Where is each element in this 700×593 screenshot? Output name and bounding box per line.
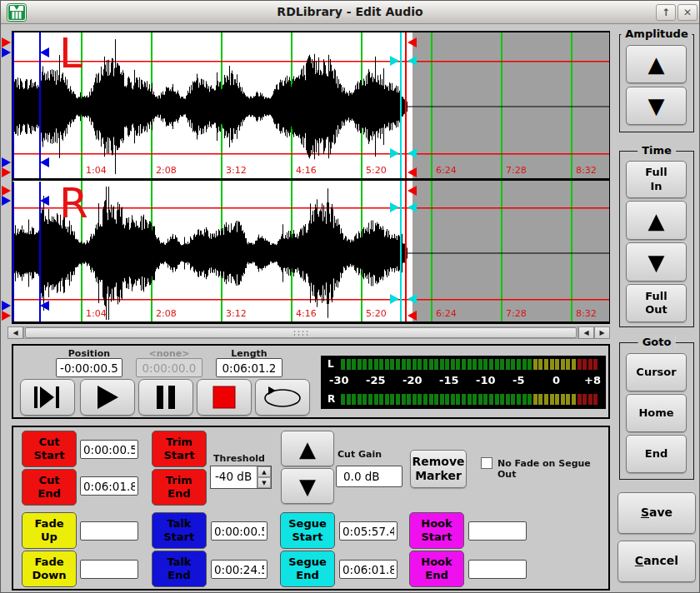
meter-segment [347, 359, 351, 370]
time-up-icon: ▲ [648, 210, 665, 232]
cut-gain-field[interactable] [336, 466, 402, 487]
length-field[interactable] [216, 358, 282, 377]
full-in-button[interactable]: Full In [626, 161, 687, 198]
fade-down-button[interactable]: Fade Down [22, 551, 77, 587]
meter-scale-label: -25 [366, 374, 386, 386]
meter-segment [412, 394, 417, 405]
scroll-right-button[interactable]: ▶ [594, 326, 610, 339]
spin-down-icon: ▼ [262, 480, 266, 486]
threshold-down-button[interactable]: ▼ [258, 477, 271, 488]
scroll-left-button[interactable]: ◀ [8, 326, 23, 339]
fade-down-field[interactable] [80, 560, 138, 579]
no-fade-checkbox[interactable] [481, 457, 492, 469]
scrollbar-thumb[interactable] [25, 327, 577, 338]
loop-button[interactable] [255, 379, 310, 416]
meter-segment [588, 359, 592, 370]
meter-segment [566, 394, 570, 405]
time-up-button[interactable]: ▲ [626, 201, 687, 240]
gain-down-icon: ▼ [299, 476, 316, 497]
meter-segment [390, 394, 394, 405]
transport-panel: Position <none> Length [12, 344, 610, 419]
play-from-button[interactable] [20, 379, 75, 416]
scrollbar-groove[interactable] [23, 326, 578, 339]
meter-segment [478, 359, 482, 370]
scroll-left-icon-2: ◀ [583, 329, 588, 336]
remove-marker-button[interactable]: Remove Marker [410, 450, 467, 488]
cut-start-field[interactable] [80, 440, 138, 459]
gain-down-button[interactable]: ▼ [281, 468, 334, 504]
meter-segment [489, 394, 493, 405]
fade-up-field[interactable] [80, 521, 138, 541]
time-label: 1:04 [86, 165, 107, 176]
goto-group: Goto Cursor Home End [619, 342, 694, 480]
full-out-button[interactable]: Full Out [626, 284, 687, 322]
trim-start-button[interactable]: Trim Start [152, 431, 207, 467]
cut-end-button[interactable]: Cut End [22, 469, 77, 506]
hook-end-button[interactable]: Hook End [409, 551, 464, 587]
no-fade-label: No Fade on Segue Out [498, 458, 608, 480]
cut-end-field[interactable] [80, 476, 138, 496]
talk-start-field[interactable] [211, 521, 268, 541]
meter-segment [341, 394, 345, 405]
threshold-label: Threshold [205, 453, 273, 464]
cut-start-button[interactable]: Cut Start [22, 431, 77, 467]
meter-segment [533, 394, 538, 405]
meter-segment [451, 359, 455, 370]
hook-start-button[interactable]: Hook Start [409, 512, 464, 549]
goto-cursor-button[interactable]: Cursor [626, 353, 687, 391]
meter-segment [478, 394, 482, 405]
cancel-button[interactable]: Cancel [618, 541, 696, 582]
play-button[interactable] [80, 379, 135, 416]
goto-end-button[interactable]: End [626, 435, 687, 473]
position-field[interactable] [56, 358, 122, 377]
scroll-left-button-2[interactable]: ◀ [578, 326, 594, 339]
amplitude-down-button[interactable]: ▼ [626, 87, 687, 125]
meter-segment [358, 394, 362, 405]
talk-end-button[interactable]: Talk End [152, 551, 207, 587]
segue-end-button[interactable]: Segue End [280, 551, 335, 587]
trim-end-button[interactable]: Trim End [152, 469, 207, 506]
save-button[interactable]: Save [618, 492, 696, 534]
meter-segment [489, 359, 493, 370]
meter-scale-label: -20 [402, 374, 422, 386]
talk-end-field[interactable] [211, 560, 268, 579]
hook-start-field[interactable] [468, 521, 527, 541]
segue-end-field[interactable] [339, 560, 398, 579]
segue-start-button[interactable]: Segue Start [280, 512, 335, 549]
titlebar[interactable]: RDLibrary - Edit Audio ↑ ✕ [1, 1, 699, 24]
close-window-button[interactable]: ✕ [678, 4, 698, 21]
stop-button[interactable] [197, 379, 252, 416]
meter-segment [407, 359, 411, 370]
threshold-value[interactable]: -40 dB [211, 466, 257, 488]
pause-button[interactable] [138, 379, 193, 416]
meter-segment [506, 394, 510, 405]
meter-segment [374, 359, 378, 370]
meter-segment [385, 359, 389, 370]
goto-home-button[interactable]: Home [626, 394, 687, 432]
left-channel-label: L [59, 32, 82, 74]
pause-icon [155, 385, 177, 410]
amplitude-up-button[interactable]: ▲ [626, 45, 687, 83]
meter-segment [352, 359, 356, 370]
meter-segment [582, 359, 587, 370]
waveform-display[interactable] [1, 27, 618, 341]
time-label: 5:20 [366, 165, 387, 176]
threshold-spinbox[interactable]: -40 dB ▲ ▼ [210, 466, 272, 489]
meter-segment [418, 359, 422, 370]
scrollbar-grip [292, 330, 309, 337]
meter-segment [462, 359, 466, 370]
meter-segment [495, 359, 499, 370]
time-down-icon: ▼ [648, 252, 665, 273]
segue-start-field[interactable] [339, 521, 398, 541]
threshold-up-button[interactable]: ▲ [258, 466, 271, 477]
gain-up-button[interactable]: ▲ [281, 431, 334, 466]
shade-window-button[interactable]: ↑ [656, 4, 676, 21]
hook-end-field[interactable] [468, 560, 527, 579]
meter-segment [423, 359, 428, 370]
time-down-button[interactable]: ▼ [626, 242, 687, 282]
waveform-scrollbar[interactable]: ◀ ◀ ▶ [8, 326, 610, 339]
fade-up-button[interactable]: Fade Up [22, 512, 77, 549]
talk-start-button[interactable]: Talk Start [152, 512, 207, 549]
amplitude-group: Amplitude ▲ ▼ [619, 34, 694, 132]
meter-segment [407, 394, 411, 405]
